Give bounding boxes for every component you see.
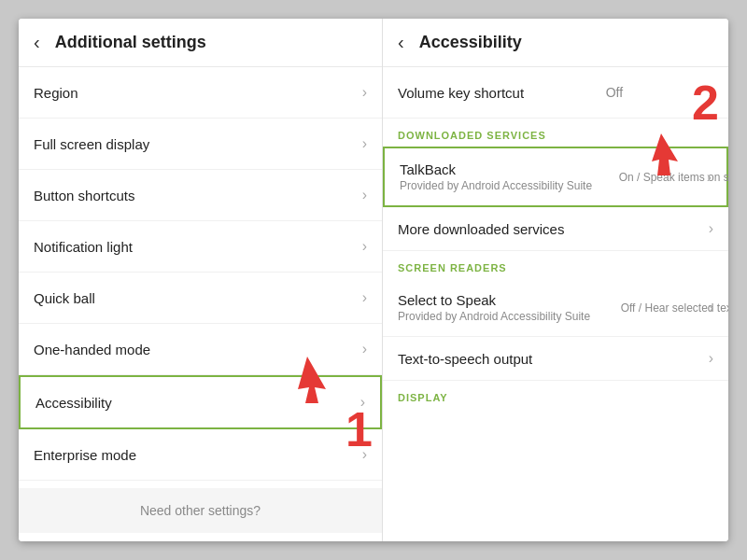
need-other-settings: Need other settings?	[19, 488, 382, 533]
screen-readers-label: SCREEN READERS	[383, 251, 728, 279]
left-panel-title: Additional settings	[55, 33, 206, 52]
downloaded-services-label: DOWNLOADED SERVICES	[383, 119, 728, 147]
more-downloaded-title: More downloaded services	[398, 221, 709, 237]
tts-text: Text-to-speech output	[398, 351, 709, 367]
chevron-right-icon: ›	[362, 84, 367, 101]
menu-item-notification-light[interactable]: Notification light ›	[19, 221, 382, 273]
menu-item-accessibility[interactable]: Accessibility ›	[19, 375, 382, 429]
left-back-icon[interactable]: ‹	[34, 32, 40, 53]
chevron-right-icon: ›	[362, 238, 367, 255]
chevron-right-icon: ›	[362, 341, 367, 357]
select-to-speak-text: Select to Speak Provided by Android Acce…	[398, 292, 621, 323]
menu-item-enterprise[interactable]: Enterprise mode ›	[19, 429, 382, 481]
chevron-right-icon: ›	[362, 289, 367, 306]
menu-item-button-shortcuts[interactable]: Button shortcuts ›	[19, 170, 382, 221]
chevron-right-icon: ›	[709, 220, 713, 237]
right-panel-header: ‹ Accessibility	[383, 19, 728, 67]
left-panel-header: ‹ Additional settings	[19, 19, 382, 67]
menu-item-one-handed[interactable]: One-handed mode ›	[19, 324, 382, 375]
chevron-right-icon: ›	[709, 300, 713, 316]
display-label: DISPLAY	[383, 381, 728, 409]
talkback-subtitle: Provided by Android Accessibility Suite	[400, 179, 619, 192]
volume-key-shortcut-item[interactable]: Volume key shortcut Off ›	[383, 67, 728, 119]
menu-item-region[interactable]: Region ›	[19, 67, 382, 119]
talkback-text: TalkBack Provided by Android Accessibili…	[400, 161, 619, 192]
select-to-speak-title: Select to Speak	[398, 292, 621, 308]
chevron-right-icon: ›	[362, 187, 367, 203]
volume-status: Off	[606, 85, 623, 100]
talkback-item[interactable]: TalkBack Provided by Android Accessibili…	[383, 147, 728, 207]
left-panel: ‹ Additional settings Region › Full scre…	[19, 19, 383, 541]
chevron-right-icon: ›	[707, 169, 712, 186]
select-to-speak-subtitle: Provided by Android Accessibility Suite	[398, 310, 621, 323]
volume-key-label: Volume key shortcut	[398, 85, 524, 101]
right-panel: ‹ Accessibility Volume key shortcut Off …	[383, 19, 728, 541]
left-menu-list: Region › Full screen display › Button sh…	[19, 67, 382, 541]
chevron-right-icon: ›	[360, 394, 365, 411]
tts-item[interactable]: Text-to-speech output ›	[383, 337, 728, 381]
chevron-right-icon: ›	[709, 84, 713, 101]
talkback-status: On / Speak items on screen	[619, 171, 703, 184]
select-to-speak-item[interactable]: Select to Speak Provided by Android Acce…	[383, 279, 728, 337]
more-downloaded-text: More downloaded services	[398, 221, 709, 237]
tts-title: Text-to-speech output	[398, 351, 709, 367]
right-back-icon[interactable]: ‹	[398, 32, 404, 53]
chevron-right-icon: ›	[362, 446, 367, 463]
chevron-right-icon: ›	[709, 350, 713, 367]
more-downloaded-item[interactable]: More downloaded services ›	[383, 207, 728, 251]
talkback-title: TalkBack	[400, 161, 619, 177]
menu-item-fullscreen[interactable]: Full screen display ›	[19, 119, 382, 170]
chevron-right-icon: ›	[362, 135, 367, 152]
menu-item-quick-ball[interactable]: Quick ball ›	[19, 273, 382, 324]
right-panel-title: Accessibility	[419, 33, 522, 52]
select-to-speak-status: Off / Hear selected text	[621, 301, 705, 315]
